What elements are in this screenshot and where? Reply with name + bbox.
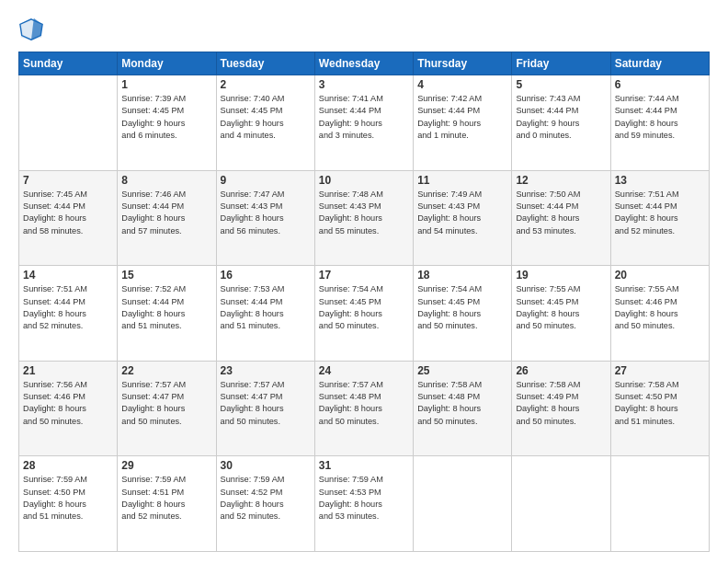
calendar-cell: 7Sunrise: 7:45 AM Sunset: 4:44 PM Daylig… xyxy=(19,170,118,266)
day-info: Sunrise: 7:57 AM Sunset: 4:47 PM Dayligh… xyxy=(121,379,211,428)
day-info: Sunrise: 7:47 AM Sunset: 4:43 PM Dayligh… xyxy=(221,189,311,237)
calendar-cell: 4Sunrise: 7:42 AM Sunset: 4:44 PM Daylig… xyxy=(414,75,512,171)
day-number: 27 xyxy=(615,364,705,377)
day-info: Sunrise: 7:39 AM Sunset: 4:45 PM Dayligh… xyxy=(121,93,211,142)
day-number: 28 xyxy=(23,459,113,472)
day-number: 2 xyxy=(221,78,311,91)
calendar-cell: 30Sunrise: 7:59 AM Sunset: 4:52 PM Dayli… xyxy=(216,456,314,552)
day-info: Sunrise: 7:46 AM Sunset: 4:44 PM Dayligh… xyxy=(121,189,211,237)
day-info: Sunrise: 7:55 AM Sunset: 4:46 PM Dayligh… xyxy=(615,283,705,332)
calendar-cell: 24Sunrise: 7:57 AM Sunset: 4:48 PM Dayli… xyxy=(314,361,413,456)
day-number: 9 xyxy=(221,174,311,187)
day-info: Sunrise: 7:58 AM Sunset: 4:48 PM Dayligh… xyxy=(417,379,507,428)
day-info: Sunrise: 7:59 AM Sunset: 4:51 PM Dayligh… xyxy=(121,474,211,523)
calendar-table: SundayMondayTuesdayWednesdayThursdayFrid… xyxy=(18,52,710,552)
logo-icon xyxy=(18,17,44,42)
calendar-cell: 26Sunrise: 7:58 AM Sunset: 4:49 PM Dayli… xyxy=(512,361,610,456)
calendar-cell: 21Sunrise: 7:56 AM Sunset: 4:46 PM Dayli… xyxy=(19,361,118,456)
calendar-day-header: Thursday xyxy=(414,52,512,75)
calendar-week-row: 21Sunrise: 7:56 AM Sunset: 4:46 PM Dayli… xyxy=(19,361,710,456)
calendar-cell: 1Sunrise: 7:39 AM Sunset: 4:45 PM Daylig… xyxy=(118,75,216,171)
calendar-day-header: Saturday xyxy=(610,52,709,75)
day-info: Sunrise: 7:55 AM Sunset: 4:45 PM Dayligh… xyxy=(516,283,606,332)
day-info: Sunrise: 7:59 AM Sunset: 4:52 PM Dayligh… xyxy=(221,474,311,523)
day-number: 5 xyxy=(516,78,606,91)
day-number: 20 xyxy=(615,269,705,282)
calendar-cell: 17Sunrise: 7:54 AM Sunset: 4:45 PM Dayli… xyxy=(314,266,413,362)
calendar-cell: 8Sunrise: 7:46 AM Sunset: 4:44 PM Daylig… xyxy=(118,170,216,266)
calendar-cell: 15Sunrise: 7:52 AM Sunset: 4:44 PM Dayli… xyxy=(118,266,216,362)
day-info: Sunrise: 7:45 AM Sunset: 4:44 PM Dayligh… xyxy=(23,189,113,237)
day-info: Sunrise: 7:51 AM Sunset: 4:44 PM Dayligh… xyxy=(615,189,705,237)
day-number: 16 xyxy=(221,269,311,282)
day-info: Sunrise: 7:53 AM Sunset: 4:44 PM Dayligh… xyxy=(221,283,311,332)
day-info: Sunrise: 7:41 AM Sunset: 4:44 PM Dayligh… xyxy=(319,93,409,142)
calendar-cell xyxy=(19,75,118,171)
day-number: 3 xyxy=(319,78,409,91)
day-info: Sunrise: 7:52 AM Sunset: 4:44 PM Dayligh… xyxy=(121,283,211,332)
day-info: Sunrise: 7:44 AM Sunset: 4:44 PM Dayligh… xyxy=(615,93,705,142)
calendar-day-header: Monday xyxy=(118,52,216,75)
day-number: 14 xyxy=(23,269,113,282)
calendar-cell xyxy=(414,456,512,552)
calendar-cell: 10Sunrise: 7:48 AM Sunset: 4:43 PM Dayli… xyxy=(314,170,413,266)
day-info: Sunrise: 7:57 AM Sunset: 4:47 PM Dayligh… xyxy=(221,379,311,428)
calendar-header-row: SundayMondayTuesdayWednesdayThursdayFrid… xyxy=(19,52,710,75)
calendar-week-row: 28Sunrise: 7:59 AM Sunset: 4:50 PM Dayli… xyxy=(19,456,710,552)
day-info: Sunrise: 7:58 AM Sunset: 4:49 PM Dayligh… xyxy=(516,379,606,428)
day-number: 24 xyxy=(319,364,409,377)
calendar-cell: 23Sunrise: 7:57 AM Sunset: 4:47 PM Dayli… xyxy=(216,361,314,456)
day-number: 13 xyxy=(615,174,705,187)
day-info: Sunrise: 7:50 AM Sunset: 4:44 PM Dayligh… xyxy=(516,189,606,237)
calendar-cell: 12Sunrise: 7:50 AM Sunset: 4:44 PM Dayli… xyxy=(512,170,610,266)
day-number: 11 xyxy=(417,174,507,187)
calendar-cell: 19Sunrise: 7:55 AM Sunset: 4:45 PM Dayli… xyxy=(512,266,610,362)
calendar-cell: 3Sunrise: 7:41 AM Sunset: 4:44 PM Daylig… xyxy=(314,75,413,171)
day-number: 23 xyxy=(221,364,311,377)
day-info: Sunrise: 7:40 AM Sunset: 4:45 PM Dayligh… xyxy=(221,93,311,142)
day-info: Sunrise: 7:43 AM Sunset: 4:44 PM Dayligh… xyxy=(516,93,606,142)
day-number: 10 xyxy=(319,174,409,187)
day-number: 29 xyxy=(121,459,211,472)
day-number: 7 xyxy=(23,174,113,187)
day-number: 12 xyxy=(516,174,606,187)
calendar-cell: 18Sunrise: 7:54 AM Sunset: 4:45 PM Dayli… xyxy=(414,266,512,362)
day-number: 25 xyxy=(417,364,507,377)
day-number: 1 xyxy=(121,78,211,91)
day-number: 30 xyxy=(221,459,311,472)
day-number: 22 xyxy=(121,364,211,377)
day-info: Sunrise: 7:54 AM Sunset: 4:45 PM Dayligh… xyxy=(319,283,409,332)
calendar-cell: 13Sunrise: 7:51 AM Sunset: 4:44 PM Dayli… xyxy=(610,170,709,266)
calendar-week-row: 7Sunrise: 7:45 AM Sunset: 4:44 PM Daylig… xyxy=(19,170,710,266)
calendar-cell: 22Sunrise: 7:57 AM Sunset: 4:47 PM Dayli… xyxy=(118,361,216,456)
calendar-cell: 28Sunrise: 7:59 AM Sunset: 4:50 PM Dayli… xyxy=(19,456,118,552)
calendar-cell: 6Sunrise: 7:44 AM Sunset: 4:44 PM Daylig… xyxy=(610,75,709,171)
day-info: Sunrise: 7:59 AM Sunset: 4:53 PM Dayligh… xyxy=(319,474,409,523)
calendar-cell: 27Sunrise: 7:58 AM Sunset: 4:50 PM Dayli… xyxy=(610,361,709,456)
day-number: 21 xyxy=(23,364,113,377)
day-info: Sunrise: 7:54 AM Sunset: 4:45 PM Dayligh… xyxy=(417,283,507,332)
calendar-cell xyxy=(610,456,709,552)
page: SundayMondayTuesdayWednesdayThursdayFrid… xyxy=(0,0,728,563)
calendar-cell: 5Sunrise: 7:43 AM Sunset: 4:44 PM Daylig… xyxy=(512,75,610,171)
day-info: Sunrise: 7:49 AM Sunset: 4:43 PM Dayligh… xyxy=(417,189,507,237)
calendar-cell: 25Sunrise: 7:58 AM Sunset: 4:48 PM Dayli… xyxy=(414,361,512,456)
day-number: 4 xyxy=(417,78,507,91)
calendar-cell: 9Sunrise: 7:47 AM Sunset: 4:43 PM Daylig… xyxy=(216,170,314,266)
calendar-day-header: Wednesday xyxy=(314,52,413,75)
day-number: 18 xyxy=(417,269,507,282)
calendar-day-header: Sunday xyxy=(19,52,118,75)
day-info: Sunrise: 7:57 AM Sunset: 4:48 PM Dayligh… xyxy=(319,379,409,428)
calendar-day-header: Tuesday xyxy=(216,52,314,75)
day-info: Sunrise: 7:48 AM Sunset: 4:43 PM Dayligh… xyxy=(319,189,409,237)
calendar-cell: 16Sunrise: 7:53 AM Sunset: 4:44 PM Dayli… xyxy=(216,266,314,362)
day-number: 8 xyxy=(121,174,211,187)
day-number: 15 xyxy=(121,269,211,282)
day-info: Sunrise: 7:58 AM Sunset: 4:50 PM Dayligh… xyxy=(615,379,705,428)
calendar-week-row: 1Sunrise: 7:39 AM Sunset: 4:45 PM Daylig… xyxy=(19,75,710,171)
day-number: 6 xyxy=(615,78,705,91)
calendar-cell: 20Sunrise: 7:55 AM Sunset: 4:46 PM Dayli… xyxy=(610,266,709,362)
calendar-cell: 2Sunrise: 7:40 AM Sunset: 4:45 PM Daylig… xyxy=(216,75,314,171)
day-info: Sunrise: 7:56 AM Sunset: 4:46 PM Dayligh… xyxy=(23,379,113,428)
calendar-day-header: Friday xyxy=(512,52,610,75)
